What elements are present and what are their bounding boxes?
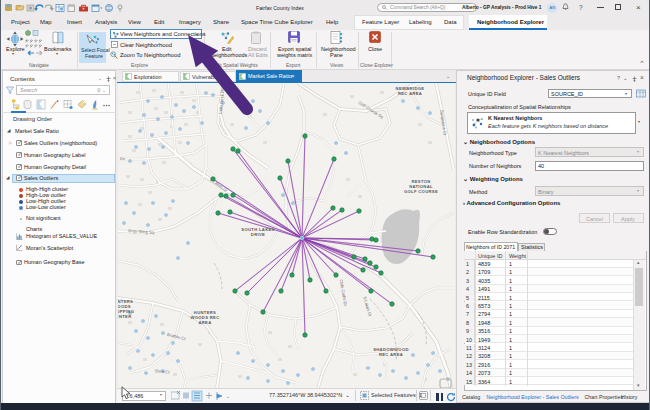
- svg-text:AREA: AREA: [198, 320, 211, 325]
- svg-text:REC AREA: REC AREA: [379, 352, 403, 357]
- svg-text:Dv: Dv: [120, 156, 126, 161]
- svg-text:GOLF COURSE: GOLF COURSE: [404, 189, 438, 194]
- svg-text:CENTER: CENTER: [118, 314, 132, 319]
- svg-text:⌄: ⌄: [226, 393, 230, 399]
- svg-text:REC AREA: REC AREA: [398, 91, 422, 96]
- svg-text:DRIVE: DRIVE: [251, 232, 265, 237]
